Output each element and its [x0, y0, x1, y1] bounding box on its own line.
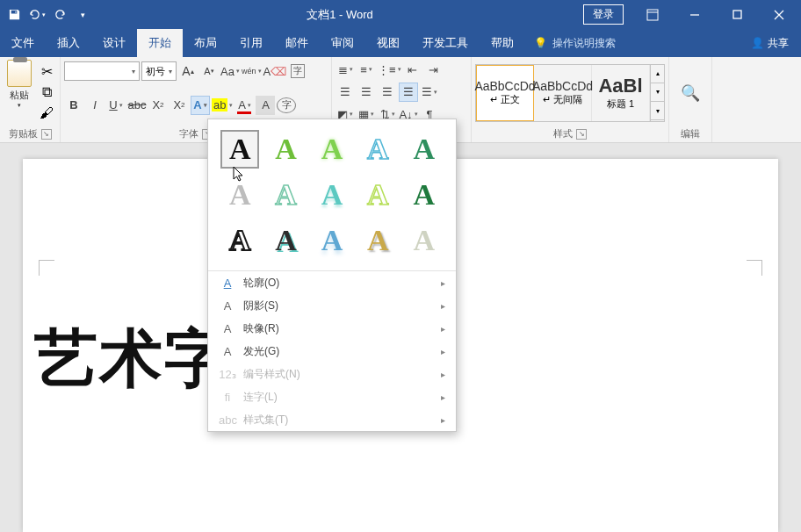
tab-help[interactable]: 帮助	[480, 29, 525, 57]
grow-font-button[interactable]: A▴	[178, 61, 198, 81]
enclose-character-button[interactable]: 字	[277, 97, 296, 113]
tab-view[interactable]: 视图	[365, 29, 411, 57]
maximize-button[interactable]	[717, 2, 757, 28]
share-button[interactable]: 👤 共享	[739, 29, 801, 57]
find-button[interactable]: 🔍	[673, 83, 708, 103]
italic-button[interactable]: I	[85, 96, 105, 115]
tab-developer[interactable]: 开发工具	[411, 29, 480, 57]
text-effect-swatch-14[interactable]: A	[358, 221, 397, 260]
copy-button[interactable]: ⧉	[37, 83, 56, 102]
tab-mailings[interactable]: 邮件	[274, 29, 320, 57]
paste-label: 粘贴	[10, 89, 29, 102]
tab-design[interactable]: 设计	[91, 29, 137, 57]
cut-button[interactable]: ✂	[37, 61, 56, 81]
text-effect-swatch-12[interactable]: A	[266, 221, 305, 260]
align-center-button[interactable]: ☰	[357, 83, 376, 102]
minimize-button[interactable]	[675, 2, 715, 28]
decrease-indent-button[interactable]: ⇤	[403, 60, 422, 79]
style-preview: AaBbCcDd	[474, 79, 535, 93]
bullets-button[interactable]: ≣	[336, 60, 355, 79]
justify-button[interactable]: ☰	[399, 83, 418, 102]
undo-button[interactable]: ▾	[26, 4, 47, 25]
style-label: 标题 1	[607, 97, 634, 111]
tab-review[interactable]: 审阅	[320, 29, 365, 57]
lightbulb-icon: 💡	[534, 37, 547, 49]
phonetic-guide-button[interactable]: wén	[242, 61, 262, 81]
style-label: ↵ 无间隔	[543, 93, 582, 106]
text-effect-swatch-3[interactable]: A	[313, 130, 351, 169]
tab-home[interactable]: 开始	[137, 29, 183, 57]
chevron-right-icon: ▸	[441, 278, 445, 288]
number-styles-icon: 12₃	[219, 368, 236, 381]
highlight-button[interactable]: ab	[212, 96, 233, 115]
quick-access-toolbar: ▾ ▾	[0, 4, 97, 25]
dd-shadow[interactable]: A阴影(S)▸	[208, 294, 456, 317]
styles-scroll-down[interactable]: ▾	[651, 83, 664, 102]
style-heading-1[interactable]: AaBl标题 1	[592, 65, 650, 121]
shrink-font-button[interactable]: A▾	[199, 61, 219, 81]
font-size-combo[interactable]: 初号▾	[141, 61, 177, 81]
titlebar-right: 登录	[583, 2, 801, 28]
clipboard-dialog-launcher[interactable]: ↘	[41, 129, 52, 140]
tab-layout[interactable]: 布局	[183, 29, 228, 57]
style-no-spacing[interactable]: AaBbCcDd↵ 无间隔	[534, 65, 592, 121]
underline-button[interactable]: U	[106, 96, 126, 115]
tab-file[interactable]: 文件	[0, 29, 46, 57]
share-icon: 👤	[751, 37, 764, 49]
dd-glow[interactable]: A发光(G)▸	[208, 340, 456, 363]
strikethrough-button[interactable]: abc	[127, 96, 147, 115]
login-button[interactable]: 登录	[583, 4, 624, 25]
align-left-button[interactable]: ☰	[336, 83, 355, 102]
tab-insert[interactable]: 插入	[46, 29, 91, 57]
subscript-button[interactable]: X2	[148, 96, 168, 115]
text-effect-swatch-9[interactable]: A	[358, 176, 397, 214]
text-effect-swatch-6[interactable]: A	[220, 176, 259, 214]
chevron-right-icon: ▸	[441, 324, 445, 334]
search-icon: 🔍	[681, 83, 700, 103]
group-styles: AaBbCcDd↵ 正文 AaBbCcDd↵ 无间隔 AaBl标题 1 ▴ ▾ …	[472, 57, 669, 142]
text-effects-button[interactable]: A	[191, 96, 210, 115]
bold-button[interactable]: B	[64, 96, 83, 115]
enclose-characters-button[interactable]: 字	[288, 61, 307, 81]
clear-formatting-button[interactable]: A⌫	[263, 61, 287, 81]
text-effect-swatch-11[interactable]: A	[220, 221, 259, 260]
redo-button[interactable]	[49, 4, 70, 25]
dd-reflection[interactable]: A映像(R)▸	[208, 317, 456, 340]
styles-expand[interactable]: ▾	[651, 102, 664, 120]
style-normal[interactable]: AaBbCcDd↵ 正文	[476, 65, 534, 121]
group-styles-label: 样式	[553, 127, 573, 140]
ribbon-options-button[interactable]	[632, 2, 673, 28]
distributed-button[interactable]: ☰	[420, 83, 439, 102]
save-button[interactable]	[4, 4, 25, 25]
styles-dialog-launcher[interactable]: ↘	[576, 129, 587, 140]
tab-references[interactable]: 引用	[228, 29, 274, 57]
numbering-button[interactable]: ≡	[357, 60, 376, 79]
text-effect-swatch-4[interactable]: A	[358, 130, 397, 169]
text-effect-swatch-5[interactable]: A	[405, 130, 444, 169]
increase-indent-button[interactable]: ⇥	[424, 60, 444, 79]
superscript-button[interactable]: X2	[170, 96, 189, 115]
document-text[interactable]: 艺术字	[34, 317, 229, 401]
text-effects-gallery: A A A A A A A A A A A A A A A	[208, 119, 456, 270]
change-case-button[interactable]: Aa	[220, 61, 240, 81]
close-button[interactable]	[759, 2, 799, 28]
font-name-combo[interactable]: ▾	[64, 61, 140, 81]
align-right-button[interactable]: ☰	[378, 83, 397, 102]
font-color-button[interactable]: A	[235, 96, 254, 115]
text-effect-swatch-15[interactable]: A	[405, 221, 444, 260]
text-effect-swatch-1[interactable]: A	[220, 130, 259, 169]
dd-outline[interactable]: A轮廓(O)▸	[208, 271, 456, 294]
format-painter-button[interactable]: 🖌	[37, 104, 56, 123]
paste-button[interactable]: 粘贴 ▾	[4, 60, 35, 109]
character-shading-button[interactable]: A	[256, 96, 275, 115]
multilevel-list-button[interactable]: ⋮≡	[378, 60, 401, 79]
text-effect-swatch-7[interactable]: A	[266, 176, 305, 214]
qat-customize-button[interactable]: ▾	[72, 4, 93, 25]
text-effect-swatch-10[interactable]: A	[405, 176, 444, 214]
styles-scroll-up[interactable]: ▴	[651, 65, 664, 83]
text-effect-swatch-2[interactable]: A	[266, 130, 305, 169]
text-effect-swatch-8[interactable]: A	[313, 176, 351, 214]
tell-me-search[interactable]: 💡 操作说明搜索	[525, 29, 624, 57]
text-effect-swatch-13[interactable]: A	[313, 221, 351, 260]
dd-number-styles-label: 编号样式(N)	[243, 367, 441, 382]
